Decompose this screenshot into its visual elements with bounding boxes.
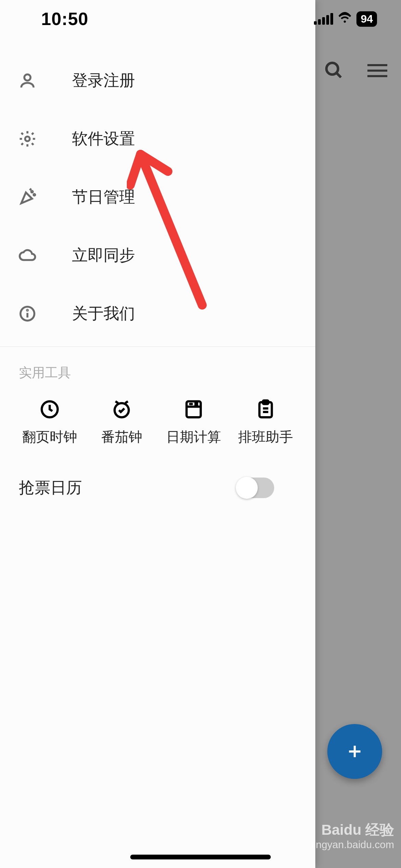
ticket-calendar-toggle[interactable] [236,478,274,498]
menu-icon[interactable] [367,64,387,77]
menu-item-login[interactable]: 登录注册 [0,51,315,110]
svg-point-4 [24,74,31,81]
svg-point-5 [25,136,30,141]
cloud-icon [17,246,38,265]
search-icon[interactable] [324,60,343,81]
menu-item-sync[interactable]: 立即同步 [0,226,315,285]
status-time: 10:50 [41,9,88,29]
clock-icon [39,399,60,421]
party-icon [17,188,38,206]
menu-label: 立即同步 [72,245,135,266]
side-drawer: 登录注册 软件设置 节日管理 立即同步 关于我们 [0,0,315,868]
menu-item-settings[interactable]: 软件设置 [0,110,315,168]
wifi-icon [338,11,352,26]
add-button[interactable] [327,724,382,779]
home-indicator[interactable] [130,855,271,859]
tool-shift[interactable]: 排班助手 [233,399,298,446]
menu-label: 软件设置 [72,128,135,149]
person-icon [17,71,38,90]
gear-icon [17,130,38,148]
svg-rect-14 [186,401,200,418]
info-icon [17,304,38,323]
status-right: 94 [314,11,377,27]
svg-point-0 [326,63,338,74]
menu-label: 关于我们 [72,303,135,324]
menu-list: 登录注册 软件设置 节日管理 立即同步 关于我们 [0,0,315,343]
svg-line-8 [30,189,32,190]
ticket-calendar-row: 抢票日历 [0,446,315,498]
tools-section-title: 实用工具 [0,347,315,382]
menu-label: 节日管理 [72,186,135,208]
menu-label: 登录注册 [72,70,135,91]
battery-badge: 94 [356,11,377,27]
tool-datecalc[interactable]: 日期计算 [161,399,226,446]
clipboard-icon [255,399,276,421]
tool-label: 日期计算 [166,427,221,446]
menu-item-holidays[interactable]: 节日管理 [0,168,315,226]
toggle-label: 抢票日历 [19,477,82,498]
alarm-icon [111,399,132,421]
svg-line-1 [337,73,341,77]
svg-point-7 [34,194,35,196]
tool-flipclock[interactable]: 翻页时钟 [17,399,82,446]
app-header-actions [324,60,387,81]
tool-pomodoro[interactable]: 番茄钟 [89,399,154,446]
watermark: Baidu 经验 jingyan.baidu.com [311,821,394,851]
calculator-icon [183,399,204,421]
tools-grid: 翻页时钟 番茄钟 日期计算 排班助手 [0,382,315,446]
status-bar: 10:50 94 [0,0,401,38]
svg-point-11 [27,310,28,311]
tool-label: 翻页时钟 [22,427,77,446]
svg-point-6 [31,191,33,193]
toggle-knob [236,477,258,499]
tool-label: 排班助手 [238,427,293,446]
signal-icon [314,13,333,25]
tool-label: 番茄钟 [101,427,142,446]
menu-item-about[interactable]: 关于我们 [0,285,315,343]
